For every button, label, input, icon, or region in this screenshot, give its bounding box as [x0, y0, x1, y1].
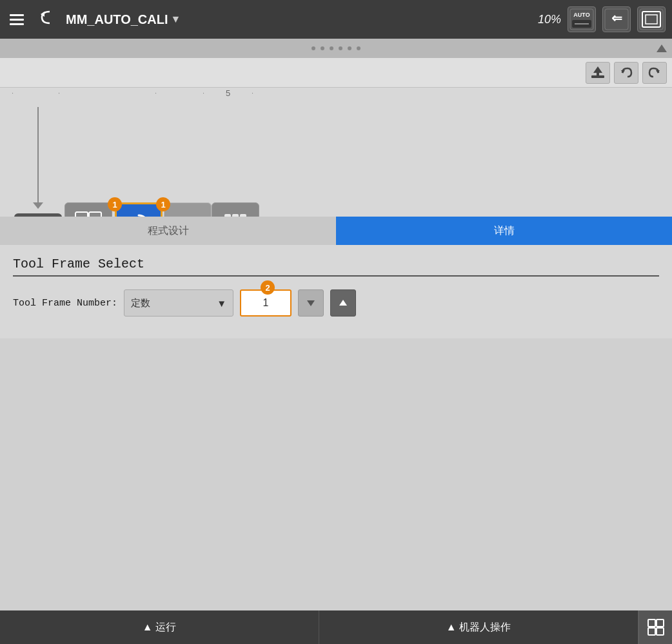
node-dice-icon — [224, 214, 246, 217]
run-button[interactable]: ▲ 运行 — [0, 610, 319, 644]
tab-detail[interactable]: 详情 — [336, 217, 672, 245]
redo-button[interactable] — [642, 62, 667, 84]
dot-1 — [311, 46, 315, 50]
dot-2 — [321, 46, 324, 50]
increment-button[interactable] — [330, 289, 356, 317]
dots-bar — [0, 39, 672, 58]
node-dice[interactable] — [212, 202, 259, 217]
badge-1: 1 — [108, 197, 122, 211]
svg-rect-10 — [591, 75, 604, 78]
screen-mode-button[interactable] — [637, 6, 666, 32]
toolbar — [0, 58, 672, 88]
svg-text:⇐: ⇐ — [611, 11, 622, 25]
form-row-tool-frame: Tool Frame Number: 定数 ▼ 2 1 — [13, 289, 659, 317]
svg-marker-11 — [593, 66, 602, 75]
tab-design[interactable]: 程式设计 — [0, 217, 336, 245]
bottom-bar: ▲ 运行 ▲ 机器人操作 — [0, 610, 672, 644]
dot-4 — [339, 46, 342, 50]
layout-icon-button[interactable] — [638, 610, 672, 644]
undo-button[interactable] — [614, 62, 638, 84]
header-bar: MM_AUTO_CALI ▼ 10% AUTO ⇐ — [0, 0, 672, 39]
auto-mode-button[interactable]: AUTO — [568, 6, 596, 32]
collapse-arrow[interactable] — [657, 44, 667, 52]
dot-3 — [330, 46, 333, 50]
svg-rect-23 — [648, 620, 655, 627]
svg-rect-24 — [657, 620, 664, 627]
svg-rect-26 — [657, 628, 664, 635]
canvas-area: · · · · 5 · MECHMIND 1 — [0, 88, 672, 217]
svg-marker-21 — [307, 300, 315, 306]
title-dropdown-arrow[interactable]: ▼ — [171, 14, 181, 25]
svg-marker-22 — [339, 300, 347, 306]
connector-arrow-down — [33, 202, 43, 209]
svg-rect-14 — [75, 212, 88, 217]
robot-operation-button[interactable]: ▲ 机器人操作 — [319, 610, 638, 644]
upload-button[interactable] — [586, 62, 610, 84]
svg-rect-15 — [89, 212, 101, 217]
tabs-row: 程式设计 详情 — [0, 217, 672, 245]
decrement-button[interactable] — [298, 289, 324, 317]
hand-mode-button[interactable]: ⇐ — [602, 6, 631, 32]
svg-rect-25 — [648, 628, 655, 635]
panel-title: Tool Frame Select — [13, 257, 659, 277]
detail-panel: Tool Frame Select Tool Frame Number: 定数 … — [0, 245, 672, 338]
back-button[interactable] — [34, 5, 59, 35]
tool-frame-select[interactable]: 定数 ▼ — [124, 289, 233, 317]
project-title: MM_AUTO_CALI ▼ — [66, 12, 181, 27]
menu-button[interactable] — [6, 11, 27, 28]
node-active[interactable] — [115, 202, 163, 217]
badge-1b: 1 — [156, 197, 170, 211]
progress-percent: 10% — [538, 13, 561, 26]
badge-2: 2 — [261, 280, 275, 295]
node-switch[interactable] — [64, 202, 112, 217]
node-mech-mind[interactable]: MECHMIND — [14, 213, 62, 217]
svg-text:AUTO: AUTO — [573, 12, 589, 18]
tool-frame-label: Tool Frame Number: — [13, 298, 117, 309]
dot-6 — [357, 46, 361, 50]
ruler-mark-5: 5 — [226, 88, 230, 98]
connector-line-top — [37, 107, 39, 207]
dot-5 — [348, 46, 351, 50]
node-path[interactable] — [164, 202, 212, 217]
